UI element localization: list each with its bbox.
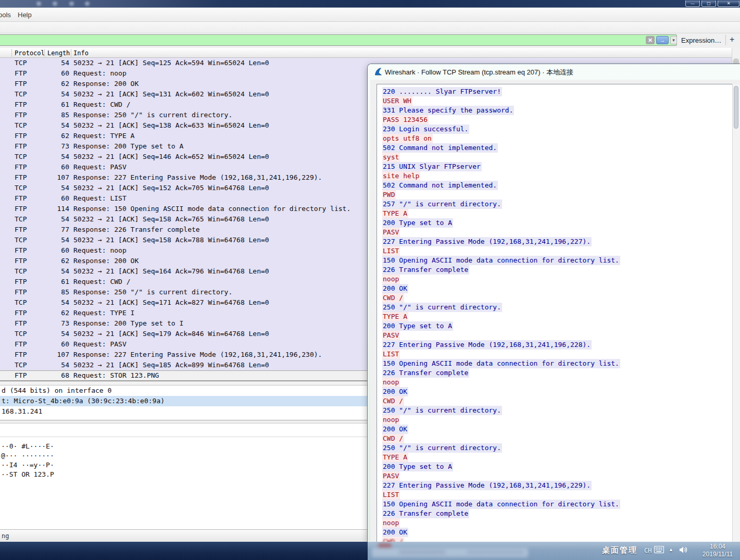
add-filter-button[interactable]: + [730,35,734,44]
stream-line-client: opts utf8 on [382,134,732,143]
stream-line-text: PASV [382,228,400,237]
filter-apply-button[interactable]: → [656,36,669,44]
stream-line-text: 150 Opening ASCII mode data connection f… [382,256,620,265]
cell-info: Response: 150 Opening ASCII mode data co… [73,204,350,214]
filter-dropdown-button[interactable]: ▼ [670,36,677,44]
stream-line-text: noop [382,518,400,528]
cell-len: 54 [42,266,69,277]
stream-line-text: 150 Opening ASCII mode data connection f… [382,500,620,509]
stream-line-text: 226 Transfer complete [382,368,469,378]
titlebar-glare-dot [53,2,57,6]
stream-line-text: TYPE A [382,209,408,218]
cell-len: 54 [42,152,69,162]
cell-len: 62 [42,79,69,89]
stream-line-server: 250 "/" is current directory. [382,303,732,312]
stream-line-server: 220 ........ Slyar FTPserver! [382,87,732,96]
cell-len: 61 [42,277,69,287]
filter-bar: ✕ → ▼ Expression… + [0,33,740,48]
stream-line-text: PWD [382,190,396,200]
expression-button[interactable]: Expression… [681,36,721,44]
keyboard-icon[interactable] [654,546,664,553]
stream-line-server: 227 Entering Passive Mode (192,168,31,24… [382,481,732,490]
wireshark-fin-icon [374,68,383,76]
cell-proto: TCP [15,120,27,131]
cell-proto: FTP [15,68,27,79]
minimize-button[interactable]: — [685,1,700,7]
cell-len: 85 [42,287,69,297]
cell-proto: TCP [15,266,27,277]
stream-line-text: CWD / [382,434,404,443]
screen: — ▢ ✕ ools Help ✕ → ▼ Expression… + Prot… [0,0,740,560]
menu-bar: ools Help [0,7,740,22]
cell-len: 77 [42,225,69,235]
cell-len: 107 [42,172,69,183]
stream-line-server: 200 Type set to A [382,321,732,331]
cell-proto: TCP [15,297,27,308]
stream-line-client: noop [382,518,732,528]
speaker-icon[interactable] [679,546,688,554]
show-hidden-icons-button[interactable]: ▲ [669,547,673,552]
stream-content[interactable]: 220 ........ Slyar FTPserver!USER WH331 … [377,84,732,542]
cell-info: Response: 200 Type set to A [73,141,183,152]
column-separator[interactable] [11,49,12,57]
clock[interactable]: 16:04 2019/11/11 [698,543,737,558]
minimize-icon: — [691,2,695,5]
stream-line-text: 200 OK [382,528,408,537]
cell-proto: FTP [15,193,27,204]
stream-line-text: 331 Please specify the password. [382,106,514,115]
stream-line-client: PASV [382,228,732,237]
cell-proto: TCP [15,235,27,245]
cell-info: 50232 → 21 [ACK] Seq=185 Ack=899 Win=647… [73,360,269,370]
cell-info: Request: noop [73,245,127,256]
cell-len: 60 [42,193,69,204]
maximize-button[interactable]: ▢ [701,1,716,7]
desktop-manager-label[interactable]: 桌面管理 [602,545,637,555]
cell-len: 54 [42,58,69,68]
close-button[interactable]: ✕ [718,1,739,7]
stream-line-text: 200 OK [382,425,408,434]
stream-line-text: 226 Transfer complete [382,265,469,275]
column-header-info[interactable]: Info [73,49,89,57]
stream-line-text: site help [382,171,420,181]
dialog-titlebar[interactable]: Wireshark · Follow TCP Stream (tcp.strea… [368,64,740,80]
column-separator[interactable] [71,49,71,57]
display-filter-input[interactable] [0,34,677,46]
cell-info: 50232 → 21 [ACK] Seq=152 Ack=705 Win=647… [73,183,269,193]
cell-len: 60 [42,162,69,172]
cell-len: 73 [42,318,69,329]
stream-line-server: 200 OK [382,387,732,396]
column-header-length[interactable]: Length [47,49,70,57]
cell-proto: TCP [15,214,27,225]
stream-line-server: 250 "/" is current directory. [382,443,732,453]
filter-clear-button[interactable]: ✕ [646,36,655,44]
stream-line-server: 227 Entering Passive Mode (192,168,31,24… [382,237,732,246]
stream-line-text: 230 Login successful. [382,125,469,134]
column-header-protocol[interactable]: Protocol [15,49,45,57]
stream-line-client: LIST [382,246,732,256]
cell-info: Response: 250 "/" is current directory. [73,110,232,120]
cell-info: 50232 → 21 [ACK] Seq=138 Ack=633 Win=650… [73,120,269,131]
stream-line-server: 200 OK [382,528,732,537]
cell-len: 60 [42,245,69,256]
dialog-title: Wireshark · Follow TCP Stream (tcp.strea… [385,68,573,76]
cell-info: Request: TYPE A [73,131,134,141]
cell-info: 50232 → 21 [ACK] Seq=146 Ack=652 Win=650… [73,152,269,162]
stream-line-client: PWD [382,190,732,200]
cell-info: Request: CWD / [73,99,131,110]
menu-item-tools[interactable]: ools [0,11,11,19]
stream-line-text: 200 OK [382,284,408,293]
scrollbar-thumb[interactable] [734,86,738,129]
stream-line-server: 331 Please specify the password. [382,106,732,115]
dialog-scrollbar[interactable] [732,84,740,542]
stream-line-client: noop [382,415,732,425]
language-indicator[interactable]: CH [644,547,651,554]
stream-line-text: PASS 123456 [382,115,429,125]
cell-len: 54 [42,214,69,225]
cell-len: 68 [42,371,69,380]
glass-smudge [399,550,446,554]
apply-arrow-icon: → [660,37,666,43]
menu-item-help[interactable]: Help [18,11,32,19]
follow-tcp-stream-dialog: Wireshark · Follow TCP Stream (tcp.strea… [368,64,740,542]
packet-list-header: Protocol Length Info [0,48,740,58]
stream-line-client: PASS 123456 [382,115,732,125]
